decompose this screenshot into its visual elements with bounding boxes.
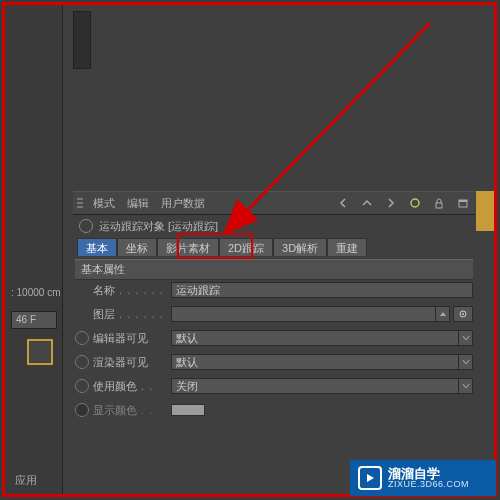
chevron-down-icon[interactable] [459, 354, 473, 370]
section-basic-props: 基本属性 [75, 259, 473, 280]
screenshot-frame: : 10000 cm 46 F 应用 模式 编辑 用户数据 运动 [2, 2, 497, 497]
tab-coord[interactable]: 坐标 [117, 238, 157, 256]
render-vis-toggle[interactable] [75, 355, 89, 369]
attribute-toolbar: 模式 编辑 用户数据 [73, 191, 475, 215]
editor-vis-toggle[interactable] [75, 331, 89, 345]
chevron-down-icon[interactable] [459, 378, 473, 394]
watermark: 溜溜自学 ZIXUE.3D66.COM [350, 460, 496, 496]
nav-forward-icon[interactable] [381, 193, 401, 213]
nav-back-icon[interactable] [333, 193, 353, 213]
prop-render-visibility: 渲染器可见 默认 [75, 351, 473, 373]
tab-footage[interactable]: 影片素材 [157, 238, 219, 256]
name-input[interactable]: 运动跟踪 [171, 282, 473, 298]
play-icon [358, 466, 382, 490]
left-panel: : 10000 cm 46 F 应用 [5, 5, 63, 494]
menu-mode[interactable]: 模式 [93, 196, 115, 211]
viewport-strip [73, 11, 91, 69]
menu-userdata[interactable]: 用户数据 [161, 196, 205, 211]
object-header: 运动跟踪对象 [运动跟踪] [73, 216, 475, 236]
prop-use-color: 使用颜色 . . 关闭 [75, 375, 473, 397]
render-vis-select[interactable]: 默认 [171, 354, 459, 370]
svg-rect-1 [436, 203, 442, 208]
layer-dropdown-icon[interactable] [436, 306, 450, 322]
svg-rect-3 [459, 200, 467, 202]
chevron-down-icon[interactable] [459, 330, 473, 346]
layer-input[interactable] [171, 306, 436, 322]
coord-readout: : 10000 cm [11, 287, 60, 298]
use-color-select[interactable]: 关闭 [171, 378, 459, 394]
tab-basic[interactable]: 基本 [77, 238, 117, 256]
prop-editor-visibility: 编辑器可见 默认 [75, 327, 473, 349]
tab-rebuild[interactable]: 重建 [327, 238, 367, 256]
editor-vis-select[interactable]: 默认 [171, 330, 459, 346]
material-thumb[interactable] [27, 339, 53, 365]
menu-edit[interactable]: 编辑 [127, 196, 149, 211]
watermark-url: ZIXUE.3D66.COM [388, 480, 469, 489]
use-color-toggle[interactable] [75, 379, 89, 393]
prop-layer: 图层 . . . . . . [75, 303, 473, 325]
svg-point-0 [411, 199, 419, 207]
nav-up-icon[interactable] [357, 193, 377, 213]
display-color-toggle[interactable] [75, 403, 89, 417]
lock-icon[interactable] [429, 193, 449, 213]
drag-grip-icon[interactable] [73, 192, 87, 214]
prop-name: 名称 . . . . . . 运动跟踪 [75, 279, 473, 301]
motion-tracker-icon [79, 219, 93, 233]
object-title: 运动跟踪对象 [运动跟踪] [99, 219, 218, 234]
tab-2d-tracking[interactable]: 2D跟踪 [219, 238, 273, 256]
prop-display-color: 显示颜色 . . [75, 399, 473, 421]
display-color-swatch [171, 404, 205, 416]
properties-panel: 名称 . . . . . . 运动跟踪 图层 . . . . . . 编辑器可见… [75, 279, 473, 423]
frame-field[interactable]: 46 F [11, 311, 57, 329]
apply-button[interactable]: 应用 [15, 473, 37, 488]
svg-point-5 [462, 313, 464, 315]
right-dock-tab[interactable] [476, 191, 494, 231]
new-window-icon[interactable] [453, 193, 473, 213]
prefs-icon[interactable] [405, 193, 425, 213]
attribute-tabs: 基本 坐标 影片素材 2D跟踪 3D解析 重建 [77, 238, 367, 256]
tab-3d-solve[interactable]: 3D解析 [273, 238, 327, 256]
layer-picker-icon[interactable] [453, 306, 473, 322]
